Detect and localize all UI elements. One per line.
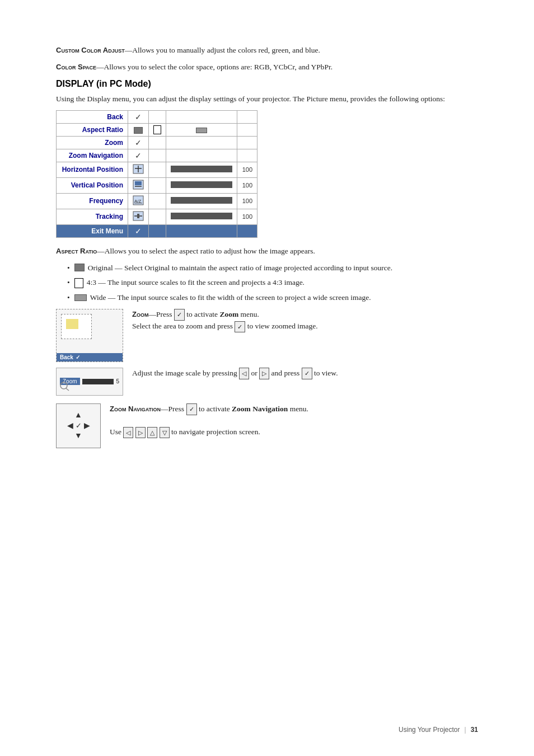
bullet-dot: • — [67, 262, 70, 274]
horiz-pos-label: Horizontal Position — [57, 162, 128, 177]
nav-right-arrow: ▶ — [84, 421, 90, 430]
aspect-ratio-term: Aspect Ratio — [56, 247, 97, 255]
freq-num: 100 — [237, 193, 257, 209]
nav-center-check: ✓ — [76, 421, 82, 430]
svg-line-13 — [66, 388, 69, 391]
tracking-num: 100 — [237, 209, 257, 224]
43-text: 4:3 — The input source scales to fit the… — [87, 277, 305, 288]
magnify-svg — [59, 381, 70, 391]
page-footer: Using Your Projector | 31 — [399, 726, 478, 734]
vert-bar-cell — [166, 177, 237, 193]
table-row-tracking: Tracking 100 — [57, 209, 257, 224]
back-check: ✓ — [128, 110, 149, 123]
zoom-back-bar: Back ✓ — [57, 353, 123, 361]
table-row-zoom-nav: Zoom Navigation ✓ — [57, 149, 257, 162]
zoom-term: Zoom — [132, 310, 148, 318]
left-nav-btn[interactable]: ◁ — [239, 368, 249, 379]
enter-icon-nav: ✓ — [186, 403, 197, 415]
zoom-inner-selection — [61, 314, 92, 339]
magnify-icon — [59, 381, 70, 393]
footer-label: Using Your Projector — [399, 726, 460, 734]
footer-page-number: 31 — [471, 726, 478, 734]
tracking-bar-cell — [166, 209, 237, 224]
zoom-scale-bar — [82, 379, 114, 384]
nav-row-top: ▲ — [74, 411, 82, 420]
list-item-wide: • Wide — The input source scales to fit … — [67, 292, 478, 303]
list-item-43: • 4:3 — The input source scales to fit t… — [67, 277, 478, 288]
enter-icon-zoom: ✓ — [174, 309, 185, 321]
table-row-horiz: Horizontal Position 100 — [57, 162, 257, 177]
display-menu-table: Back ✓ Aspect Ratio Zoom ✓ — [56, 110, 257, 238]
color-space-para: Color Space—Allows you to select the col… — [56, 62, 478, 73]
tracking-adjust-icon — [133, 211, 144, 221]
table-row-aspect: Aspect Ratio — [57, 123, 257, 136]
table-row-back: Back ✓ — [57, 110, 257, 123]
nav-btn-down[interactable]: ▽ — [160, 427, 170, 439]
vert-adjust-icon — [133, 180, 144, 190]
custom-color-adjust-para: Custom Color Adjust—Allows you to manual… — [56, 45, 478, 56]
zoom-scale-section: Zoom 5 Adjust the image scale by pressin… — [56, 368, 478, 396]
zoom-label: Zoom — [57, 136, 128, 149]
43-icon — [74, 278, 83, 288]
zoom-nav-desc: Zoom Navigation—Press ✓ to activate Zoom… — [110, 403, 478, 439]
back-label: Back — [57, 110, 128, 123]
horiz-bar-cell — [166, 162, 237, 177]
custom-color-adjust-term: Custom Color Adjust — [56, 46, 125, 54]
original-text: Original — Select Original to maintain t… — [88, 262, 392, 274]
custom-color-adjust-desc: Allows you to manually adjust the colors… — [132, 46, 320, 54]
nav-row-bottom: ▼ — [74, 431, 82, 440]
table-row-freq: Frequency A/Z 100 — [57, 193, 257, 209]
zoom-nav-section: ▲ ◀ ✓ ▶ ▼ Zoom Navigation—Press ✓ to act… — [56, 403, 478, 448]
zoom-scale-desc: Adjust the image scale by pressing ◁ or … — [132, 368, 478, 379]
wide-icon — [74, 294, 87, 301]
page-content: Custom Color Adjust—Allows you to manual… — [0, 0, 534, 490]
zoom-nav-label: Zoom Navigation — [57, 149, 128, 162]
zoom-text-block: Zoom—Press ✓ to activate Zoom menu. Sele… — [132, 309, 478, 338]
list-item-original: • Original — Select Original to maintain… — [67, 262, 478, 274]
nav-btn-right[interactable]: ▷ — [135, 427, 146, 439]
bullet-dot-2: • — [67, 277, 70, 288]
exit-menu-label: Exit Menu — [57, 224, 128, 237]
adjust-icon — [133, 164, 144, 174]
aspect-icon-wide-cell — [166, 123, 237, 136]
aspect-ratio-list: • Original — Select Original to maintain… — [67, 262, 478, 303]
display-intro: Using the Display menu, you can adjust t… — [56, 93, 478, 105]
color-space-desc: Allows you to select the color space, op… — [104, 63, 333, 71]
right-nav-btn[interactable]: ▷ — [259, 368, 269, 379]
aspect-43-icon — [153, 125, 161, 134]
color-space-term: Color Space — [56, 63, 96, 71]
bullet-dot-3: • — [67, 292, 70, 303]
original-icon — [74, 264, 85, 271]
aspect-label: Aspect Ratio — [57, 123, 128, 136]
enter-icon-scale: ✓ — [302, 368, 312, 379]
nav-btn-up[interactable]: △ — [147, 427, 157, 439]
aspect-wide-icon — [196, 128, 207, 133]
vert-pos-label: Vertical Position — [57, 177, 128, 193]
table-row-exit: Exit Menu ✓ — [57, 224, 257, 237]
horiz-num: 100 — [237, 162, 257, 177]
vert-pos-icon — [128, 177, 149, 193]
zoom-image-box: Back ✓ — [56, 309, 123, 362]
enter-icon-zoom2: ✓ — [235, 321, 245, 333]
display-heading: DISPLAY (in PC Mode) — [56, 79, 478, 89]
zoom-back-check: ✓ — [76, 354, 80, 360]
table-row-zoom: Zoom ✓ — [57, 136, 257, 149]
aspect-icon-orig-cell — [128, 123, 149, 136]
zoom-scale-value: 5 — [116, 378, 119, 384]
horiz-bar — [171, 166, 232, 172]
zoom-scale-text: Adjust the image scale by pressing ◁ or … — [132, 368, 478, 385]
nav-btn-left[interactable]: ◁ — [123, 427, 133, 439]
vert-bar — [171, 181, 232, 188]
svg-rect-11 — [137, 214, 139, 218]
horiz-pos-icon — [128, 162, 149, 177]
aspect-ratio-para: Aspect Ratio—Allows you to select the as… — [56, 246, 478, 257]
zoom-section: Back ✓ Zoom—Press ✓ to activate Zoom men… — [56, 309, 478, 362]
wide-text: Wide — The input source scales to fit th… — [90, 292, 371, 303]
footer-pipe: | — [465, 726, 466, 734]
aspect-original-icon — [134, 127, 143, 134]
tracking-label: Tracking — [57, 209, 128, 224]
nav-up-arrow: ▲ — [74, 411, 82, 420]
zoom-yellow-highlight — [66, 319, 78, 329]
aspect-icon-43-cell — [149, 123, 166, 136]
freq-icon: A/Z — [128, 193, 149, 209]
